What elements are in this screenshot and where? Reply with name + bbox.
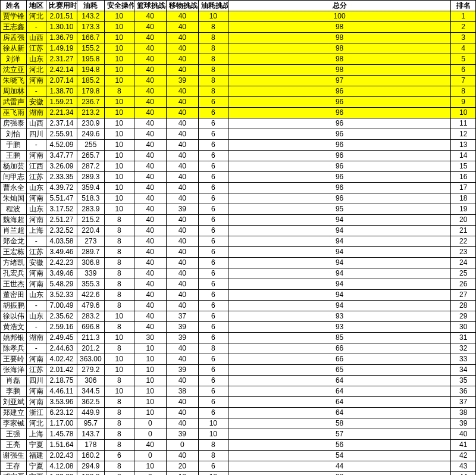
cell: 8 — [451, 86, 476, 97]
cell: 李鹏 — [1, 386, 27, 397]
table-row: 王亮宁夏1.51.64178840085641 — [1, 440, 476, 451]
cell: 10 — [134, 343, 166, 354]
cell: 方绪凯 — [1, 258, 27, 268]
cell: 40 — [166, 290, 198, 301]
cell: 40 — [134, 204, 166, 215]
cell: 3.49.46 — [46, 247, 77, 258]
col-header: 姓名 — [1, 1, 27, 11]
cell: 160.2 — [77, 451, 104, 461]
cell: 32 — [451, 343, 476, 354]
cell: 18 — [451, 193, 476, 204]
cell: 22 — [451, 236, 476, 247]
cell: 40 — [166, 236, 198, 247]
cell: 武雷声 — [1, 97, 27, 108]
cell: 8 — [198, 22, 228, 33]
cell: 40 — [134, 129, 166, 140]
cell: 8 — [198, 65, 228, 76]
cell: 185.2 — [77, 76, 104, 86]
col-header: 安全操作 — [104, 1, 134, 11]
cell: 287.2 — [77, 161, 104, 172]
cell: 河北 — [26, 418, 46, 429]
cell: 山西 — [26, 33, 46, 43]
cell: 96 — [228, 118, 451, 129]
cell: 65 — [228, 365, 451, 376]
cell: 230.9 — [77, 118, 104, 129]
cell: 96 — [228, 108, 451, 118]
cell: 黄浩文 — [1, 322, 27, 333]
cell: - — [26, 322, 46, 333]
cell: 35 — [451, 376, 476, 386]
cell: 479.6 — [77, 301, 104, 311]
cell: 273 — [77, 236, 104, 247]
cell: 10 — [104, 140, 134, 151]
table-row: 李鹏河南4.46.11344.510103866436 — [1, 386, 476, 397]
col-header: 地区 — [26, 1, 46, 11]
cell: 2.49.45 — [46, 333, 77, 343]
cell: 河南 — [26, 268, 46, 279]
cell: 2.21.34 — [46, 108, 77, 118]
cell: 四川 — [26, 376, 46, 386]
cell: 40 — [166, 193, 198, 204]
cell: 179.8 — [77, 86, 104, 97]
cell: 4.52.09 — [46, 140, 77, 151]
cell: 10 — [198, 11, 228, 22]
cell: 211.3 — [77, 333, 104, 343]
cell: 362.5 — [77, 397, 104, 408]
cell: 40 — [134, 183, 166, 193]
cell: 2.59.16 — [46, 322, 77, 333]
cell: 程波 — [1, 204, 27, 215]
cell: 236.7 — [77, 97, 104, 108]
cell: 40 — [134, 118, 166, 129]
cell: 6 — [198, 365, 228, 376]
cell: 0 — [134, 418, 166, 429]
cell: 40 — [166, 97, 198, 108]
cell: 6 — [198, 386, 228, 397]
cell: 306.8 — [77, 258, 104, 268]
cell: 江西 — [26, 161, 46, 172]
cell: 16 — [451, 172, 476, 183]
cell: 刘亚斌 — [1, 397, 27, 408]
cell: 江苏 — [26, 365, 46, 376]
cell: 0 — [134, 429, 166, 440]
cell: 6 — [198, 322, 228, 333]
table-row: 沈立亚河北2.42.14194.81040408986 — [1, 65, 476, 76]
cell: 40 — [134, 247, 166, 258]
cell: 178 — [77, 440, 104, 451]
table-row: 刘洋山东2.31.27195.81040408985 — [1, 54, 476, 65]
cell: 8 — [104, 236, 134, 247]
cell: 4.02.42 — [46, 354, 77, 365]
cell: 95 — [228, 204, 451, 215]
cell: 40 — [166, 279, 198, 290]
cell: 8 — [198, 86, 228, 97]
cell: 33 — [451, 354, 476, 365]
cell: 8 — [198, 343, 228, 354]
cell: 40 — [134, 86, 166, 97]
cell: 57 — [228, 429, 451, 440]
table-row: 王存宁夏4.12.08294.98102064443 — [1, 461, 476, 472]
cell: 1.49.19 — [46, 43, 77, 54]
cell: 6 — [198, 118, 228, 129]
table-row: 王世杰河南5.48.29355.38404069426 — [1, 279, 476, 290]
cell: 6 — [198, 268, 228, 279]
cell: 郑金龙 — [1, 236, 27, 247]
cell: 100 — [228, 11, 451, 22]
cell: 10 — [198, 472, 228, 476]
cell: 39 — [166, 365, 198, 376]
cell: 6 — [198, 129, 228, 140]
cell: 宁夏 — [26, 440, 46, 451]
table-row: 李家铖河北1.17.0095.78040105839 — [1, 418, 476, 429]
cell: 8 — [198, 451, 228, 461]
cell: 江苏 — [26, 43, 46, 54]
cell: 巫飞雨 — [1, 108, 27, 118]
cell: 河南 — [26, 397, 46, 408]
cell: 40 — [166, 22, 198, 33]
cell: 40 — [134, 97, 166, 108]
cell: 96 — [228, 97, 451, 108]
cell: 3.17.52 — [46, 204, 77, 215]
cell: 3.26.09 — [46, 161, 77, 172]
cell: 155.2 — [77, 43, 104, 54]
cell: 94 — [228, 236, 451, 247]
cell: 肖磊 — [1, 376, 27, 386]
table-row: 邓宏磊宁夏1.29.23120.28010102844 — [1, 472, 476, 476]
cell: 40 — [134, 161, 166, 172]
